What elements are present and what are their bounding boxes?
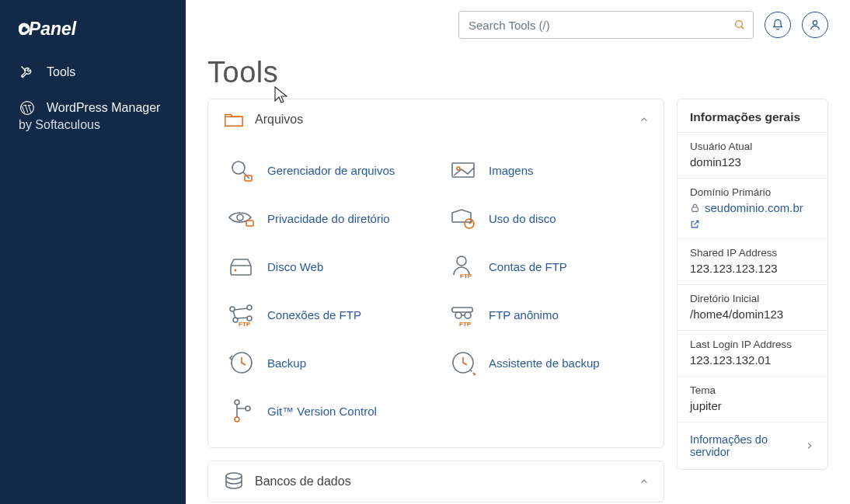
user-icon [809, 19, 821, 31]
info-value: 123.123.123.123 [690, 262, 815, 275]
svg-text:FTP: FTP [459, 321, 472, 328]
primary-domain-link[interactable]: seudominio.com.br [705, 201, 803, 214]
tool-backup[interactable]: Backup [214, 339, 436, 387]
account-button[interactable] [802, 12, 828, 38]
files-tools-grid: Gerenciador de arquivos Imagens [208, 140, 664, 447]
svg-point-36 [246, 406, 250, 411]
web-disk-icon [224, 252, 260, 280]
info-home-dir: Diretório Inicial /home4/domin123 [678, 284, 827, 330]
info-value: /home4/domin123 [690, 308, 815, 321]
info-theme: Tema jupiter [678, 376, 827, 422]
info-label: Diretório Inicial [690, 293, 815, 304]
sidebar-subline: by Softaculous [0, 118, 186, 141]
notifications-button[interactable] [765, 12, 791, 38]
info-last-login: Last Login IP Address 123.123.132.01 [678, 330, 827, 376]
tool-ftp-accounts[interactable]: FTP Contas de FTP [436, 242, 657, 290]
anon-ftp-icon: FTP [445, 301, 481, 328]
tool-file-manager[interactable]: Gerenciador de arquivos [214, 146, 436, 194]
tool-label: Disco Web [267, 260, 323, 273]
server-info-link[interactable]: Informações do servidor [678, 422, 827, 469]
sidebar-nav: Tools WordPress Manager by Softaculous [0, 51, 186, 144]
main: Tools Arquivos [186, 0, 850, 504]
wordpress-icon [19, 99, 36, 116]
lock-icon [690, 203, 700, 213]
tool-label: FTP anônimo [489, 308, 559, 322]
svg-point-12 [237, 214, 243, 221]
svg-point-6 [813, 21, 817, 25]
tool-anon-ftp[interactable]: FTP FTP anônimo [436, 290, 657, 339]
svg-text:FTP: FTP [460, 273, 472, 280]
cpanel-logo: cPanel [19, 19, 112, 39]
backup-wizard-icon [445, 349, 481, 377]
tool-disk-usage[interactable]: Uso do disco [436, 194, 657, 242]
tool-dir-privacy[interactable]: Privacidade do diretório [214, 194, 436, 242]
svg-point-33 [474, 374, 476, 376]
sidebar-item-wordpress[interactable]: WordPress Manager [0, 90, 186, 118]
chevron-right-icon [804, 440, 815, 451]
svg-line-25 [233, 311, 235, 318]
svg-point-19 [230, 307, 235, 311]
info-label: Shared IP Address [690, 247, 815, 259]
info-current-user: Usuário Atual domin123 [678, 132, 827, 178]
dir-privacy-icon [224, 204, 260, 232]
tool-ftp-connections[interactable]: FTP Conexões de FTP [214, 290, 436, 339]
ftp-accounts-icon: FTP [445, 252, 481, 280]
tool-label: Imagens [489, 164, 534, 177]
info-shared-ip: Shared IP Address 123.123.123.123 [678, 238, 827, 284]
search-input[interactable] [458, 11, 754, 39]
external-link-icon[interactable] [690, 219, 815, 229]
tools-icon [19, 64, 36, 81]
git-icon [224, 397, 260, 425]
tool-label: Assistente de backup [489, 356, 600, 370]
images-icon [445, 156, 481, 184]
info-value: jupiter [690, 399, 815, 412]
info-panel: Informações gerais Usuário Atual domin12… [677, 99, 828, 502]
svg-point-35 [235, 417, 239, 422]
svg-line-5 [741, 26, 744, 29]
topbar [186, 0, 850, 40]
tool-images[interactable]: Imagens [436, 146, 657, 194]
disk-usage-icon [445, 204, 481, 232]
brand-logo: cPanel [0, 0, 186, 51]
tool-backup-wizard[interactable]: Assistente de backup [436, 339, 657, 387]
file-manager-icon [224, 156, 260, 184]
databases-section-title: Bancos de dados [255, 474, 351, 488]
chevron-up-icon [639, 114, 650, 125]
svg-line-23 [234, 308, 248, 310]
svg-rect-15 [231, 266, 251, 275]
sidebar-item-label: WordPress Manager [47, 101, 160, 115]
bell-icon [772, 19, 784, 31]
files-section: Arquivos [207, 99, 664, 448]
svg-rect-13 [246, 221, 253, 226]
info-value: domin123 [690, 155, 815, 169]
tool-label: Gerenciador de arquivos [267, 164, 395, 177]
page-title: Tools [186, 40, 850, 92]
info-label: Tema [690, 384, 815, 396]
search [458, 11, 754, 39]
chevron-up-icon [639, 476, 650, 487]
databases-section-header[interactable]: Bancos de dados [208, 461, 664, 502]
info-label: Domínio Primário [690, 186, 815, 198]
sidebar-item-tools[interactable]: Tools [0, 54, 186, 90]
info-label: Usuário Atual [690, 141, 815, 152]
sidebar: cPanel Tools [0, 0, 186, 504]
files-section-header[interactable]: Arquivos [208, 99, 664, 140]
tool-git[interactable]: Git™ Version Control [214, 387, 436, 435]
folder-icon [222, 110, 246, 129]
tool-label: Backup [267, 356, 306, 370]
svg-point-17 [457, 256, 466, 266]
tool-web-disk[interactable]: Disco Web [214, 242, 436, 290]
ftp-connections-icon: FTP [224, 301, 260, 328]
svg-line-24 [236, 318, 248, 318]
search-icon[interactable] [733, 19, 746, 31]
databases-section: Bancos de dados [207, 461, 664, 502]
svg-text:FTP: FTP [239, 321, 251, 328]
info-primary-domain: Domínio Primário seudominio.com.br [678, 178, 827, 238]
sidebar-item-label: Tools [47, 65, 75, 79]
tool-label: Privacidade do diretório [267, 212, 390, 225]
svg-point-11 [457, 167, 460, 170]
svg-point-37 [226, 473, 242, 479]
tool-label: Conexões de FTP [267, 308, 361, 322]
svg-rect-38 [692, 207, 698, 211]
server-info-label: Informações do servidor [690, 433, 804, 458]
